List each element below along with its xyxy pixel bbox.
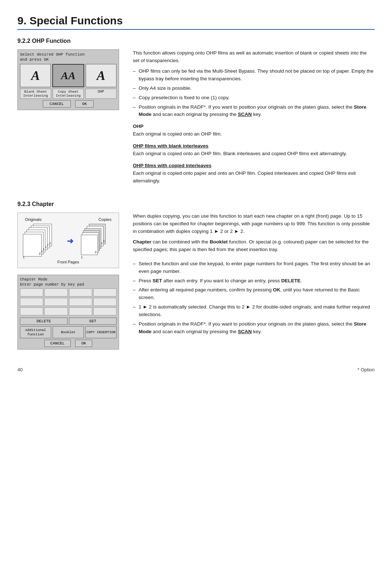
chapter-bullet-4: 1 ► 2 is automatically selected. Change … [133,303,375,319]
chapter-body2: Chapter can be combined with the Booklet… [133,238,375,254]
chapter-cell-1 [20,288,43,296]
or-text: or [224,229,229,234]
originals-stack: 8 7 5 4 3 2 1 [23,224,59,258]
page-label-bottom: 1 [23,255,25,259]
chapter-cell-10 [44,307,68,315]
chapter-cell-11 [69,307,92,315]
ohp-section-heading: 9.2.2 OHP Function [17,38,375,44]
chapter-panel-title: Chapter Mode Enter page number by key pa… [20,277,117,287]
page-1: 2 [23,234,42,257]
chapter-grid-row1 [20,288,117,296]
ohp-bullet-1: OHP films can only be fed via the Multi-… [133,68,375,83]
chapter-cell-2 [44,288,68,296]
ohp-sub2-body: Each original is copied onto an OHP film… [133,150,375,158]
footer-page-number: 40 [17,367,23,372]
chapter-bullets-container: Select the function and use the keypad, … [133,260,375,336]
ohp-label-row: Blank Sheet Interleaving Copy Sheet Inte… [20,89,117,99]
chapter-cell-8 [93,298,117,306]
chapter-right-panel: When duplex copying, you can use this fu… [133,213,375,350]
ohp-lbl-copy-sheet: Copy Sheet Interleaving [53,89,84,99]
chapter-section-block: Originals Copies 8 7 5 4 3 2 1 ➜ 8 [17,213,375,350]
ohp-right-panel: This function allows copying onto OHP fi… [133,49,375,188]
copies-stack: 8 6 m ʟɴ 4 2 1 [81,224,114,258]
ohp-bullet-3: Copy preselection is fixed to one (1) co… [133,94,375,102]
chapter-bullet-1: Select the function and use the keypad, … [133,260,375,275]
chapter-cell-4 [93,288,117,296]
copies-label: Copies [98,217,111,222]
ohp-bullet-2: Only A4 size is possible. [133,85,375,92]
footer-note: * Option [358,367,375,372]
ohp-sub2-heading: OHP films with blank interleaves [133,143,375,149]
page-title: 9. Special Functions [17,15,375,30]
page-footer: 40 * Option [17,367,375,372]
copy-label-1: 1 [81,255,83,259]
chapter-diagram: Originals Copies 8 7 5 4 3 2 1 ➜ 8 [17,213,119,268]
chapter-left-panel: Originals Copies 8 7 5 4 3 2 1 ➜ 8 [17,213,123,350]
chapter-bullet-2: Press SET after each entry. If you want … [133,277,375,285]
delete-button[interactable]: DELETE [20,318,68,325]
chapter-grid-row2 [20,298,117,306]
booklet-button[interactable]: Booklet [53,326,84,338]
ohp-sub1-body: Each original is copied onto an OHP film… [133,130,375,138]
chapter-grid-row3 [20,307,117,315]
chapter-body1: When duplex copying, you can use this fu… [133,213,375,235]
diagram-content: 8 7 5 4 3 2 1 ➜ 8 6 m ʟɴ 4 2 1 [21,224,115,258]
ohp-buttons-row: A AA A [20,64,117,87]
chapter-bullet-5: Position originals in the RADF*. If you … [133,320,375,336]
ohp-sub3-heading: OHP films with copied interleaves [133,163,375,168]
ohp-lbl-blank-sheet: Blank Sheet Interleaving [20,89,51,99]
chapter-cell-6 [44,298,68,306]
ohp-btn-blank-sheet[interactable]: A [20,64,51,87]
ohp-section-block: Select desired OHP function and press OK… [17,49,375,188]
ohp-btn-ohp[interactable]: A [86,64,117,87]
ohp-ok-button[interactable]: OK [75,100,94,108]
chapter-cell-3 [69,288,92,296]
ohp-action-row: CANCEL OK [20,100,117,108]
chapter-bullet-3: After entering all required page numbers… [133,286,375,302]
copy-insertion-button[interactable]: COPY INSERTION [85,326,117,338]
chapter-panel: Chapter Mode Enter page number by key pa… [17,275,119,350]
ohp-btn-copy-sheet[interactable]: AA [52,64,84,87]
chapter-cell-12 [93,307,117,315]
delete-set-row: DELETE SET [20,318,117,325]
ohp-bullet-4: Position originals in the RADF*. If you … [133,104,375,119]
additional-function-button[interactable]: Additional function [20,326,51,338]
chapter-cell-9 [20,307,43,315]
ohp-sub1-heading: OHP [133,124,375,129]
chapter-cancel-button[interactable]: CANCEL [44,340,71,347]
originals-label: Originals [25,217,41,222]
ohp-sub3-body: Each original is copied onto paper and o… [133,170,375,185]
ohp-left-panel: Select desired OHP function and press OK… [17,49,123,188]
set-button[interactable]: SET [69,318,117,325]
chapter-action-row: CANCEL OK [20,340,117,347]
ohp-body: This function allows copying onto OHP fi… [133,49,375,65]
chapter-ok-button[interactable]: OK [75,340,92,347]
front-pages-label: Front Pages [21,260,115,264]
ohp-panel-title: Select desired OHP function and press OK [20,52,117,62]
chapter-bottom-row: Additional function Booklet COPY INSERTI… [20,326,117,338]
copy-2: 2 [81,235,98,255]
ohp-cancel-button[interactable]: CANCEL [43,100,71,108]
arrow-icon: ➜ [67,237,73,246]
ohp-lbl-ohp: OHP [85,89,117,99]
chapter-cell-5 [20,298,43,306]
diagram-labels: Originals Copies [21,217,115,222]
ohp-ui-panel: Select desired OHP function and press OK… [17,49,119,110]
chapter-cell-7 [69,298,92,306]
chapter-section-heading: 9.2.3 Chapter [17,201,375,207]
